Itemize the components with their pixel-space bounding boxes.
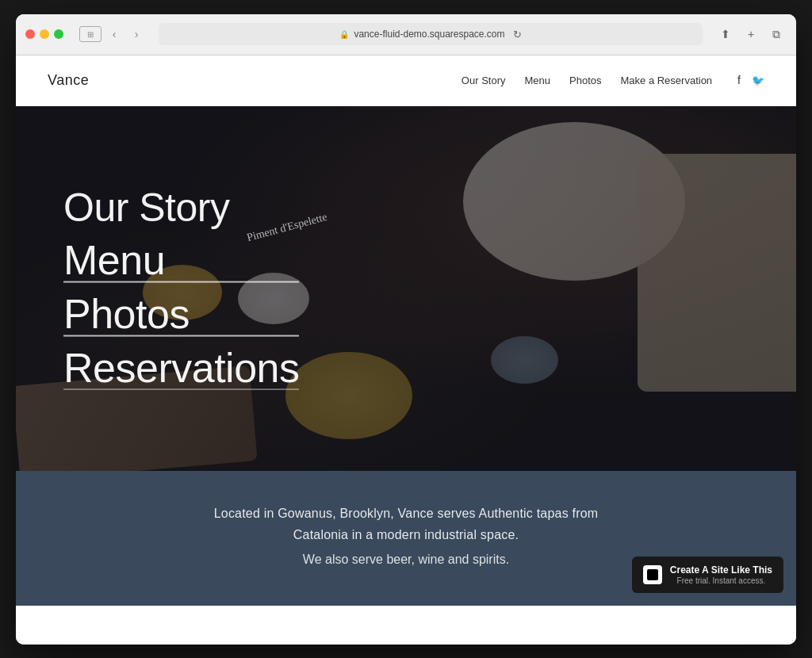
hero-nav: Our Story Menu Photos Reservations	[63, 185, 299, 392]
browser-actions: ⬆ + ⧉	[715, 24, 787, 44]
refresh-button[interactable]: ↻	[513, 29, 522, 40]
address-bar[interactable]: 🔒 vance-fluid-demo.squarespace.com ↻	[159, 23, 703, 45]
hero-nav-reservations[interactable]: Reservations	[63, 344, 299, 392]
site-header: Vance Our Story Menu Photos Make a Reser…	[16, 55, 796, 106]
nav-reservation[interactable]: Make a Reservation	[620, 75, 712, 86]
new-tab-button[interactable]: +	[741, 24, 761, 44]
description-line1: Located in Gowanus, Brooklyn, Vance serv…	[160, 503, 652, 545]
hero-nav-photos[interactable]: Photos	[63, 290, 299, 338]
browser-window: ⊞ ‹ › 🔒 vance-fluid-demo.squarespace.com…	[16, 14, 796, 645]
create-site-banner[interactable]: Create A Site Like This Free trial. Inst…	[632, 557, 783, 593]
site-nav: Our Story Menu Photos Make a Reservation…	[462, 74, 764, 86]
lock-icon: 🔒	[339, 30, 349, 39]
forward-button[interactable]: ›	[127, 25, 146, 44]
close-button[interactable]	[25, 29, 35, 39]
minimize-button[interactable]	[40, 29, 49, 39]
description-section: Located in Gowanus, Brooklyn, Vance serv…	[16, 471, 796, 606]
back-button[interactable]: ‹	[105, 25, 124, 44]
banner-main-text: Create A Site Like This	[670, 564, 772, 576]
browser-chrome: ⊞ ‹ › 🔒 vance-fluid-demo.squarespace.com…	[16, 14, 796, 55]
twitter-icon[interactable]: 🐦	[752, 75, 764, 86]
squarespace-logo-inner	[647, 569, 658, 580]
nav-menu[interactable]: Menu	[524, 75, 550, 86]
squarespace-logo	[643, 565, 662, 584]
url-text: vance-fluid-demo.squarespace.com	[354, 29, 504, 40]
nav-controls: ⊞ ‹ ›	[76, 25, 146, 44]
tabs-button[interactable]: ⧉	[766, 24, 787, 44]
hero-nav-menu[interactable]: Menu	[63, 237, 299, 285]
facebook-icon[interactable]: f	[737, 74, 741, 86]
hero-section: Piment d'Espelette Our Story Menu Photos…	[16, 106, 796, 471]
banner-text: Create A Site Like This Free trial. Inst…	[670, 564, 772, 585]
hero-nav-our-story[interactable]: Our Story	[63, 185, 299, 231]
site-content: Vance Our Story Menu Photos Make a Reser…	[16, 55, 796, 645]
nav-our-story[interactable]: Our Story	[462, 75, 506, 86]
banner-sub-text: Free trial. Instant access.	[670, 576, 772, 585]
share-button[interactable]: ⬆	[715, 24, 736, 44]
nav-social: f 🐦	[737, 74, 764, 86]
tab-switcher[interactable]: ⊞	[79, 26, 102, 42]
nav-photos[interactable]: Photos	[569, 75, 601, 86]
maximize-button[interactable]	[54, 29, 63, 39]
traffic-lights	[25, 29, 63, 39]
site-logo[interactable]: Vance	[48, 72, 89, 89]
